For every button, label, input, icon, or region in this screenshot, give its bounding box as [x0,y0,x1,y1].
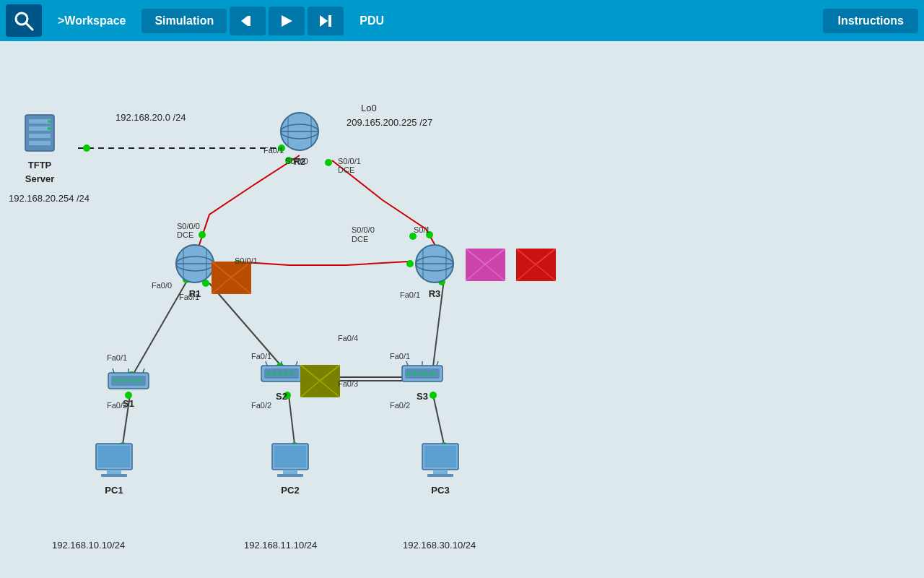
svg-point-82 [408,372,411,375]
svg-point-75 [284,372,287,375]
pdu-button[interactable]: PDU [346,9,397,33]
port-r3-s000: S0/0/0 [352,225,375,234]
svg-point-76 [290,372,293,375]
rewind-button[interactable] [230,7,266,35]
port-s2-fa04: Fa0/4 [338,334,358,342]
s2-label: S2 [276,391,287,402]
network-canvas: 192.168.20.0 /24 Lo0 209.165.200.225 /27… [0,41,924,578]
svg-rect-42 [29,141,51,145]
port-r2-s001: S0/0/1 [338,157,361,165]
svg-point-63 [120,379,123,382]
tftp-ip: 192.168.20.254 /24 [9,193,90,204]
svg-point-18 [199,231,206,238]
pc3[interactable]: PC3 [419,442,462,496]
tftp-server[interactable]: TFTP Server [22,113,58,184]
svg-rect-41 [29,134,51,138]
pc3-label: PC3 [431,485,449,496]
svg-line-15 [433,395,444,444]
svg-rect-99 [424,446,456,467]
port-r3-fa01: Fa0/1 [400,290,420,299]
port-s3-fa01: Fa0/1 [390,352,410,361]
pc1-label: PC1 [105,485,123,496]
svg-point-86 [431,372,434,375]
port-r1-fa01: Fa0/1 [179,293,199,301]
svg-point-73 [273,372,276,375]
svg-rect-3 [248,16,250,26]
svg-marker-2 [241,16,248,26]
port-r2-fa01: Fa0/1 [263,146,284,155]
port-r3-s001: S0/1 [414,225,430,234]
port-r1-dce: DCE [177,230,193,239]
pc1[interactable]: PC1 [92,442,136,496]
workspace-button[interactable]: >Workspace [45,9,139,33]
pdu2[interactable] [516,249,556,281]
svg-marker-5 [320,15,328,27]
svg-rect-101 [427,474,453,477]
svg-point-44 [48,127,51,130]
port-s1-fa01: Fa0/1 [107,353,127,362]
svg-line-79 [296,361,297,366]
svg-point-65 [131,379,134,382]
svg-point-62 [114,379,117,382]
svg-point-84 [419,372,422,375]
port-r3-dce: DCE [352,235,368,243]
port-s2-fa03: Fa0/3 [338,379,358,388]
lo0-label: Lo0 [361,103,377,113]
port-r1-s000: S0/0/0 [177,222,200,230]
play-button[interactable] [269,7,305,35]
svg-rect-40 [29,126,51,131]
svg-line-77 [266,361,267,366]
svg-line-67 [113,368,114,373]
router-r1[interactable]: R1 [173,242,217,299]
svg-rect-100 [433,470,448,474]
logo-button[interactable] [6,4,42,37]
svg-rect-92 [107,470,121,474]
svg-rect-6 [328,15,331,27]
lo0-ip-label: 209.165.200.225 /27 [346,117,432,128]
port-r2-dce: DCE [338,165,354,174]
pdu3[interactable] [466,249,505,281]
switch-s3[interactable]: S3 [401,359,444,402]
svg-line-69 [143,368,144,373]
port-r1-s001: S0/0/1 [235,256,258,265]
svg-point-20 [325,159,332,166]
svg-point-74 [279,372,282,375]
r3-label: R3 [429,288,441,299]
port-s2-fa01: Fa0/1 [251,352,271,361]
switch-s2[interactable]: S2 [260,359,303,402]
svg-rect-95 [274,446,306,467]
port-r2-s000: S0/0/0 [285,157,308,165]
port-s3-fa02: Fa0/2 [390,401,410,410]
svg-rect-91 [98,446,130,467]
svg-marker-4 [282,15,292,27]
tftp-label: TFTP [28,160,52,171]
svg-rect-97 [277,474,303,477]
svg-line-89 [437,361,438,366]
pc2-ip: 192.168.11.10/24 [244,540,317,551]
svg-point-85 [425,372,428,375]
simulation-button[interactable]: Simulation [141,9,227,33]
svg-point-66 [137,379,140,382]
instructions-button[interactable]: Instructions [823,9,918,33]
svg-line-1 [26,23,32,30]
port-s2-fa02: Fa0/2 [251,401,271,410]
toolbar: >Workspace Simulation PDU Instructions [0,0,924,41]
port-s1-fa02: Fa0/2 [107,401,127,410]
svg-point-16 [83,144,90,152]
pc3-ip: 192.168.30.10/24 [403,540,476,551]
pc2[interactable]: PC2 [269,442,312,496]
tftp-sublabel: Server [25,173,54,184]
pc1-ip: 192.168.10.10/24 [52,540,125,551]
svg-line-14 [289,395,295,444]
svg-line-87 [406,361,408,366]
svg-rect-39 [29,119,51,124]
svg-rect-93 [101,474,127,477]
svg-point-72 [267,372,270,375]
step-button[interactable] [308,7,344,35]
s3-label: S3 [417,391,428,402]
network-label-r2: 192.168.20.0 /24 [116,112,186,123]
port-r1-fa00: Fa0/0 [152,281,172,290]
pdu4[interactable] [300,365,340,397]
pdu1[interactable] [212,262,251,294]
svg-rect-96 [283,470,297,474]
